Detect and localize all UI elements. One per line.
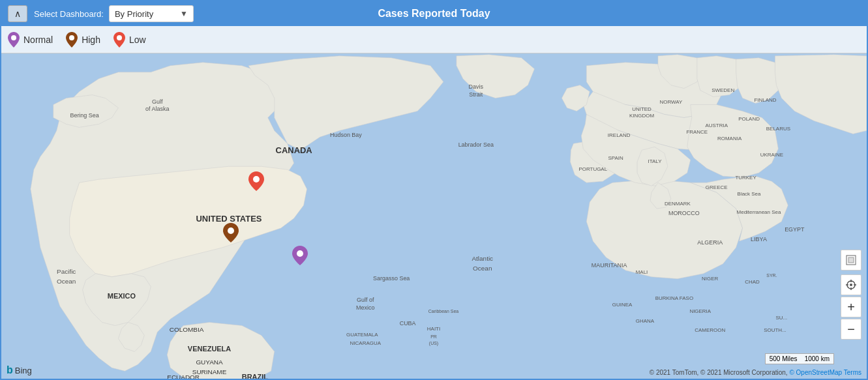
dropdown-arrow-icon: ▼ [180, 9, 188, 18]
svg-text:GUATEMALA: GUATEMALA [346, 332, 378, 338]
scale-km: 1000 km [805, 355, 830, 362]
svg-text:ROMANIA: ROMANIA [717, 136, 742, 141]
svg-point-0 [11, 35, 16, 40]
svg-text:SWEDEN: SWEDEN [711, 87, 734, 93]
svg-text:BURKINA FASO: BURKINA FASO [655, 295, 693, 301]
svg-text:PR: PR [430, 334, 437, 339]
svg-text:CAMEROON: CAMEROON [695, 327, 725, 333]
svg-text:Caribbean Sea: Caribbean Sea [428, 309, 459, 314]
high-pin-icon [66, 32, 78, 48]
svg-text:HAITI: HAITI [427, 326, 440, 332]
svg-text:AUSTRIA: AUSTRIA [705, 123, 728, 128]
dashboard-value: By Priority [115, 9, 153, 19]
svg-text:IRELAND: IRELAND [608, 132, 631, 138]
low-pin-icon [113, 32, 125, 48]
svg-text:Gulf: Gulf [152, 98, 163, 105]
svg-text:GUINEA: GUINEA [612, 302, 633, 308]
svg-text:UKRAINE: UKRAINE [760, 152, 783, 158]
legend-item-high[interactable]: High [66, 32, 100, 48]
map-controls: + − [841, 250, 861, 340]
svg-point-72 [297, 250, 303, 257]
scale-bar: 500 Miles 1000 km [765, 353, 834, 364]
svg-text:MALI: MALI [636, 269, 648, 275]
svg-text:PORTUGAL: PORTUGAL [578, 166, 607, 172]
svg-point-2 [117, 35, 122, 40]
svg-text:SYR.: SYR. [766, 273, 777, 278]
svg-text:UNITED: UNITED [632, 106, 651, 112]
locate-icon [845, 279, 857, 291]
svg-text:ALGERIA: ALGERIA [697, 239, 723, 246]
svg-point-71 [228, 227, 234, 234]
svg-text:CHAD: CHAD [745, 279, 760, 285]
svg-text:CUBA: CUBA [400, 320, 416, 327]
svg-text:FINLAND: FINLAND [754, 97, 776, 103]
svg-text:Ocean: Ocean [57, 278, 76, 285]
svg-text:(US): (US) [429, 341, 438, 346]
app-container: Select Dashboard: By Priority ▼ Cases Re… [0, 0, 868, 380]
svg-text:Strait: Strait [469, 91, 483, 98]
map-layers-button[interactable] [841, 250, 861, 270]
svg-text:UNITED STATES: UNITED STATES [196, 214, 262, 224]
page-title: Cases Reported Today [378, 8, 490, 20]
svg-point-76 [850, 284, 852, 286]
svg-text:VENEZUELA: VENEZUELA [188, 345, 231, 353]
marker-red[interactable] [248, 171, 264, 194]
svg-text:LIBYA: LIBYA [751, 236, 767, 242]
svg-text:of Alaska: of Alaska [145, 106, 169, 112]
legend-label-normal: Normal [23, 35, 53, 45]
locate-button[interactable] [841, 274, 861, 295]
legend-item-low[interactable]: Low [113, 32, 146, 48]
zoom-in-button[interactable]: + [841, 297, 861, 317]
map-container[interactable]: CANADA UNITED STATES MEXICO VENEZUELA GU… [1, 53, 867, 379]
svg-text:GHANA: GHANA [636, 318, 655, 324]
svg-text:FRANCE: FRANCE [686, 129, 708, 135]
svg-text:Mexico: Mexico [356, 304, 374, 311]
svg-text:EGYPT: EGYPT [785, 226, 805, 233]
svg-text:ECUADOR: ECUADOR [167, 373, 200, 379]
svg-text:SPAIN: SPAIN [608, 155, 623, 161]
scale-miles: 500 Miles [770, 355, 798, 362]
normal-pin-icon [8, 32, 20, 48]
header-bar: Select Dashboard: By Priority ▼ Cases Re… [1, 1, 867, 26]
svg-text:Atlantic: Atlantic [471, 255, 493, 262]
svg-text:NORWAY: NORWAY [659, 99, 683, 105]
svg-text:ITALY: ITALY [648, 158, 662, 164]
select-dashboard-label: Select Dashboard: [34, 9, 104, 19]
svg-text:Gulf of: Gulf of [357, 297, 374, 303]
layers-icon [845, 254, 857, 266]
svg-text:POLAND: POLAND [738, 116, 760, 122]
svg-text:DENMARK: DENMARK [665, 201, 691, 207]
collapse-button[interactable] [8, 5, 27, 22]
marker-brown[interactable] [223, 223, 239, 245]
svg-text:MOROCCO: MOROCCO [668, 210, 700, 216]
legend-label-low: Low [129, 35, 146, 45]
svg-text:Labrador Sea: Labrador Sea [458, 141, 494, 148]
zoom-in-icon: + [847, 300, 855, 314]
svg-text:Mediterranean Sea: Mediterranean Sea [737, 209, 781, 215]
svg-text:BRAZIL: BRAZIL [242, 373, 268, 379]
svg-text:BELARUS: BELARUS [766, 126, 790, 132]
svg-text:NICARAGUA: NICARAGUA [350, 340, 382, 346]
svg-text:Davis: Davis [469, 83, 484, 90]
svg-text:COLOMBIA: COLOMBIA [170, 326, 204, 333]
svg-text:SOUTH...: SOUTH... [764, 327, 786, 333]
svg-text:Black Sea: Black Sea [738, 191, 761, 197]
legend-bar: Normal High Low [1, 26, 867, 53]
marker-purple[interactable] [292, 246, 308, 268]
svg-text:TURKEY: TURKEY [735, 175, 756, 181]
svg-text:MEXICO: MEXICO [108, 292, 136, 300]
svg-text:GREECE: GREECE [706, 184, 728, 190]
svg-text:Hudson Bay: Hudson Bay [330, 132, 362, 138]
legend-item-normal[interactable]: Normal [8, 32, 53, 48]
svg-text:Pacific: Pacific [57, 268, 76, 275]
dashboard-dropdown[interactable]: By Priority ▼ [109, 5, 194, 22]
svg-text:NIGER: NIGER [702, 276, 718, 282]
svg-text:GUYANA: GUYANA [196, 358, 223, 366]
svg-text:MAURITANIA: MAURITANIA [591, 262, 627, 269]
svg-text:Ocean: Ocean [473, 265, 492, 272]
legend-label-high: High [82, 35, 100, 45]
svg-rect-74 [848, 257, 854, 263]
svg-text:Bering Sea: Bering Sea [70, 112, 98, 119]
zoom-out-button[interactable]: − [841, 319, 861, 340]
svg-text:NIGERIA: NIGERIA [689, 308, 711, 314]
